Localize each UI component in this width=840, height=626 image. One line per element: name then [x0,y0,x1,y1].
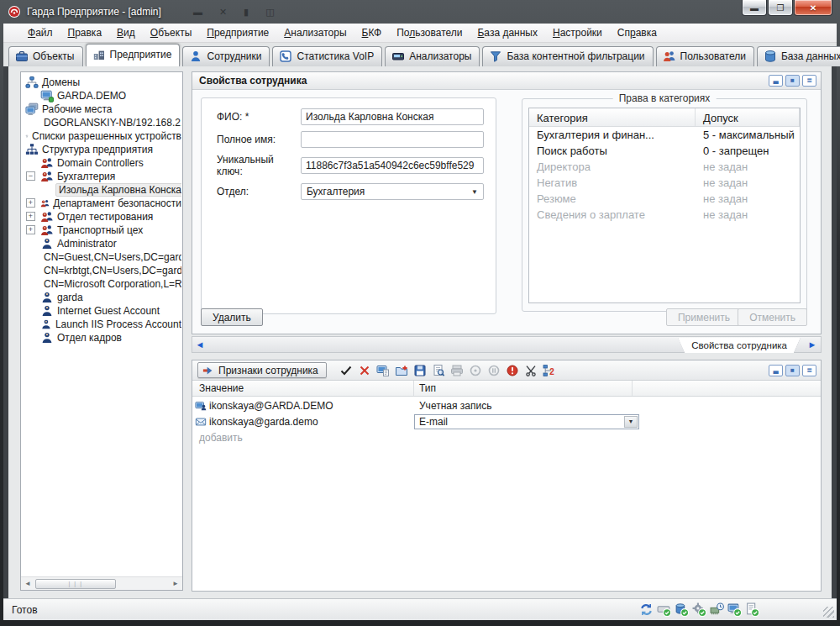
panel-split-button[interactable]: ≣ [802,365,816,376]
menu-database[interactable]: База данных [470,24,544,41]
panel-minimize-button[interactable]: ▃ [769,75,783,87]
tree-item-hr-dept[interactable]: Отдел кадров [21,331,181,345]
attribute-type-combobox[interactable]: E-mail ▼ [414,414,639,429]
menu-help[interactable]: Справка [610,24,664,41]
panel-split-button[interactable]: ≣ [802,75,816,87]
maximize-button[interactable]: ❐ [768,0,793,16]
apply-button[interactable]: Применить [666,308,742,326]
attribute-row[interactable]: ikonskaya@garda.demo E-mail ▼ [192,413,821,429]
tree-item-krbtgt[interactable]: CN=krbtgt,CN=Users,DC=garda,D [21,264,181,277]
save-icon[interactable] [412,363,428,378]
tree-item-internet-guest[interactable]: Internet Guest Account [21,304,181,318]
table-row[interactable]: Бухгалтерия и финан...5 - максимальный [529,127,800,143]
tree-item-transport-dept[interactable]: +Транспортный цех [21,224,181,237]
menu-bkf[interactable]: БКФ [354,24,390,41]
close-button[interactable]: ✕ [794,0,832,16]
table-row[interactable]: Негативне задан [529,175,800,191]
expand-icon[interactable]: + [26,198,35,208]
tab-analyzers[interactable]: Анализаторы [385,46,480,66]
menu-enterprise[interactable]: Предприятие [199,24,276,41]
tree-item-administrator[interactable]: Administrator [21,237,181,250]
tab-voip-stats[interactable]: Статистика VoIP [272,46,382,66]
table-row[interactable]: Поиск работы0 - запрещен [529,143,800,159]
export-report-icon[interactable] [375,363,391,378]
menu-view[interactable]: Вид [109,24,143,41]
cancel-button[interactable]: Отменить [738,308,807,326]
panel-maximize-button[interactable]: ■ [785,75,800,87]
collapse-icon[interactable]: − [26,171,35,181]
tree-item-workstation[interactable]: DGORLANSKIY-NB/192.168.21.1 [21,116,181,129]
tab-database[interactable]: База данных [757,46,840,66]
next-tab-arrow-icon[interactable]: ► [805,339,820,350]
fullname-input[interactable] [301,131,484,148]
column-value[interactable]: Значение [192,381,414,396]
tab-enterprise[interactable]: Предприятие [86,44,181,66]
menu-file[interactable]: Файл [20,24,60,41]
tree-item-org-structure[interactable]: Структура предприятия [21,143,181,156]
database-ok-icon[interactable] [675,602,689,617]
tree-item-domain[interactable]: GARDA.DEMO [21,89,181,103]
service-ok-icon[interactable] [692,602,706,617]
expand-icon[interactable]: + [26,225,35,234]
pause-icon[interactable] [486,363,501,378]
tree-horizontal-scrollbar[interactable]: ◄ ❘❘❘ ► [21,576,182,590]
tab-content-filter[interactable]: База контентной фильтрации [482,46,653,66]
menu-users[interactable]: Пользователи [389,24,470,41]
tab-employee-properties[interactable]: Свойства сотрудника [678,338,801,353]
tree-item-iis-account[interactable]: Launch IIS Process Account [21,318,181,331]
minimize-button[interactable]: ▬ [742,0,767,16]
tab-users[interactable]: Пользователи [656,46,754,66]
panel-minimize-button[interactable]: ▃ [769,365,783,376]
delete-button[interactable]: Удалить [201,308,263,326]
attribute-row[interactable]: ikonskaya@GARDA.DEMO Учетная запись [192,397,821,413]
scroll-right-arrow-icon[interactable]: ► [169,580,182,587]
tree-item-domains[interactable]: Домены [21,76,181,89]
folder-add-icon[interactable] [394,363,409,378]
tab-employees[interactable]: Сотрудники [182,46,270,66]
important-icon[interactable] [505,363,520,378]
fio-input[interactable] [301,108,484,125]
menu-edit[interactable]: Правка [60,24,110,41]
tree-item-guest[interactable]: CN=Guest,CN=Users,DC=garda,D [21,250,181,264]
tree-item-selected-employee[interactable]: Изольда Карловна Конская [21,183,181,197]
cut-icon[interactable] [523,363,538,378]
table-row[interactable]: Директоране задан [529,159,800,175]
sort-network-icon[interactable] [542,363,557,378]
unique-key-input[interactable] [301,157,484,174]
host-ok-icon[interactable] [727,602,742,617]
adapter-clock-icon[interactable] [710,602,724,617]
menu-analyzers[interactable]: Анализаторы [276,24,354,41]
sync-icon[interactable] [639,602,654,617]
storage-ok-icon[interactable] [657,602,671,617]
print-icon[interactable] [449,363,465,378]
resize-grip[interactable] [823,607,834,618]
scroll-left-arrow-icon[interactable]: ◄ [21,580,34,587]
attachment-icon[interactable] [468,363,483,378]
tree-item-accounting[interactable]: −Бухгалтерия [21,170,181,183]
apply-check-icon[interactable] [339,363,354,378]
tree-item-workplaces[interactable]: Рабочие места [21,103,181,116]
table-row[interactable]: Сведения о зарплатене задан [529,207,800,223]
menu-settings[interactable]: Настройки [545,24,610,41]
attributes-toggle-button[interactable]: Признаки сотрудника [197,362,327,378]
column-type[interactable]: Тип [414,381,633,396]
scrollbar-thumb[interactable]: ❘❘❘ [35,579,116,589]
tree-item-domain-controllers[interactable]: Domain Controllers [21,156,181,170]
column-access[interactable]: Допуск [696,108,800,126]
delete-x-icon[interactable] [357,363,372,378]
tree-item-security-dept[interactable]: +Департамент безопасности [21,197,181,210]
preview-search-icon[interactable] [431,363,446,378]
panel-maximize-button[interactable]: ■ [785,365,800,376]
table-row[interactable]: Резюмене задан [529,191,800,207]
department-combobox[interactable]: Бухгалтерия ▼ [301,183,484,200]
column-category[interactable]: Категория [529,108,696,126]
tree-item-device-lists[interactable]: Списки разрешенных устройств [21,129,181,143]
document-ok-icon[interactable] [745,602,759,617]
expand-icon[interactable]: + [26,212,35,221]
tab-objects[interactable]: Объекты [8,46,83,66]
tree-item-garda[interactable]: garda [21,291,181,304]
tree-item-testing-dept[interactable]: +Отдел тестирования [21,210,181,224]
tree-item-microsoft[interactable]: CN=Microsoft Corporation,L=Red [21,277,181,291]
add-attribute-row[interactable]: добавить [192,429,821,445]
prev-tab-arrow-icon[interactable]: ◄ [192,339,207,350]
